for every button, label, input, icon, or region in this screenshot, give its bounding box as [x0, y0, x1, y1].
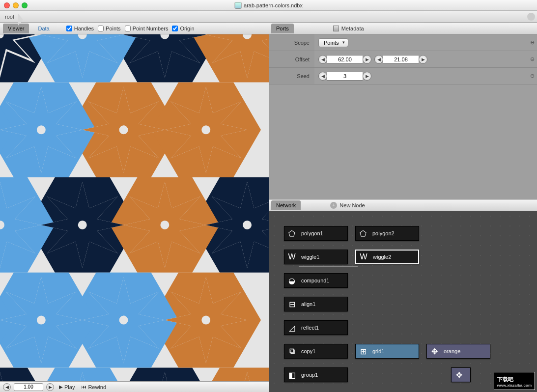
step-down-button[interactable]: ◀ [374, 55, 383, 64]
breadcrumb-root[interactable]: root [0, 14, 23, 20]
move-icon: ✥ [452, 368, 465, 381]
node-polygon1[interactable]: ⬠polygon1 [284, 226, 348, 241]
scope-select[interactable]: Points [318, 38, 348, 47]
offset-x-spinner[interactable]: ◀62.00▶ [318, 55, 371, 64]
ports-panel: Ports Metadata Scope Points ⊖ Offset ◀62… [269, 23, 537, 199]
expand-icon[interactable]: ⊖ [527, 56, 537, 62]
breadcrumb-options-button[interactable] [527, 13, 535, 21]
step-up-button[interactable]: ▶ [419, 55, 427, 64]
viewer-tabrow: Viewer Data Handles Points Point Numbers… [0, 23, 269, 34]
document-name: arab-pattern-colors.ndbx [244, 2, 303, 8]
node-wiggle2[interactable]: Wwiggle2 [355, 250, 419, 264]
move-icon: ✥ [428, 345, 441, 358]
wiggle-icon: W [357, 251, 370, 263]
play-button[interactable]: ▶Play [57, 384, 77, 390]
check-points[interactable]: Points [98, 26, 121, 31]
port-label: Scope [269, 34, 314, 51]
node-copy1[interactable]: ⧉copy1 [284, 344, 348, 359]
expand-icon[interactable]: ⊖ [527, 39, 537, 46]
node-grid1[interactable]: ⊞grid1 [355, 344, 419, 359]
port-label: Seed [269, 68, 314, 84]
close-window-button[interactable] [4, 2, 10, 8]
new-node-button[interactable]: +New Node [330, 202, 365, 209]
polygon-icon: ⬠ [285, 227, 298, 240]
check-point-numbers[interactable]: Point Numbers [125, 26, 169, 31]
reflect-icon: ◿ [285, 321, 298, 334]
align-icon: ⊟ [285, 298, 298, 310]
node-unnamed[interactable]: ✥ [451, 367, 471, 382]
tab-network[interactable]: Network [271, 200, 301, 210]
tab-viewer[interactable]: Viewer [3, 24, 29, 33]
metadata-icon [333, 26, 339, 31]
step-up-button[interactable]: ▶ [363, 72, 371, 81]
step-down-button[interactable]: ◀ [318, 55, 327, 64]
node-compound1[interactable]: ◒compound1 [284, 273, 348, 288]
watermark: 下载吧 www.xiazaiba.com [494, 372, 535, 390]
group-icon: ◧ [285, 368, 298, 381]
traffic-lights [0, 2, 28, 8]
node-align1[interactable]: ⊟align1 [284, 297, 348, 311]
port-label: Offset [269, 51, 314, 67]
network-canvas[interactable]: ⬠polygon1 ⬠polygon2 Wwiggle1 Wwiggle2 ◒c… [269, 211, 537, 392]
expand-icon[interactable]: ⊖ [527, 73, 537, 79]
minimize-window-button[interactable] [13, 2, 19, 8]
seed-value[interactable]: 3 [327, 72, 363, 81]
check-origin[interactable]: Origin [172, 26, 194, 31]
document-icon [234, 2, 241, 9]
offset-y-spinner[interactable]: ◀21.08▶ [374, 55, 427, 64]
window-title: arab-pattern-colors.ndbx [234, 2, 303, 9]
rewind-icon: ⏮ [82, 384, 86, 390]
port-row-offset: Offset ◀62.00▶ ◀21.08▶ ⊖ [269, 51, 537, 68]
node-reflect1[interactable]: ◿reflect1 [284, 320, 348, 335]
timeline: ◀ 1.00 ▶ ▶Play ⏮Rewind [0, 381, 269, 392]
window-titlebar: arab-pattern-colors.ndbx [0, 0, 537, 11]
offset-y-value[interactable]: 21.08 [383, 55, 419, 64]
node-polygon2[interactable]: ⬠polygon2 [355, 226, 419, 241]
plus-icon: + [330, 202, 337, 209]
viewer-canvas[interactable] [0, 34, 269, 381]
breadcrumb: root [0, 11, 537, 23]
copy-icon: ⧉ [285, 345, 298, 358]
offset-x-value[interactable]: 62.00 [327, 55, 363, 64]
port-row-seed: Seed ◀3▶ ⊖ [269, 68, 537, 84]
network-tabrow: Network +New Node [269, 199, 537, 211]
node-wire [299, 266, 358, 267]
zoom-window-button[interactable] [22, 2, 28, 8]
play-icon: ▶ [59, 384, 63, 390]
node-group1[interactable]: ◧group1 [284, 367, 348, 382]
node-wiggle1[interactable]: Wwiggle1 [284, 250, 348, 264]
tab-metadata[interactable]: Metadata [333, 26, 364, 31]
tab-data[interactable]: Data [33, 24, 54, 33]
compound-icon: ◒ [285, 274, 298, 287]
frame-prev-button[interactable]: ◀ [3, 383, 11, 391]
polygon-icon: ⬠ [357, 227, 369, 240]
pattern-preview [0, 34, 269, 381]
wiggle-icon: W [285, 251, 298, 263]
frame-field[interactable]: 1.00 [14, 383, 43, 391]
rewind-button[interactable]: ⏮Rewind [80, 384, 108, 390]
frame-next-button[interactable]: ▶ [46, 383, 54, 391]
port-row-scope: Scope Points ⊖ [269, 34, 537, 51]
tab-ports[interactable]: Ports [271, 24, 294, 33]
step-up-button[interactable]: ▶ [363, 55, 371, 64]
seed-spinner[interactable]: ◀3▶ [318, 72, 371, 81]
grid-icon: ⊞ [357, 345, 369, 358]
step-down-button[interactable]: ◀ [318, 72, 327, 81]
check-handles[interactable]: Handles [66, 26, 94, 31]
node-orange[interactable]: ✥orange [426, 344, 490, 359]
